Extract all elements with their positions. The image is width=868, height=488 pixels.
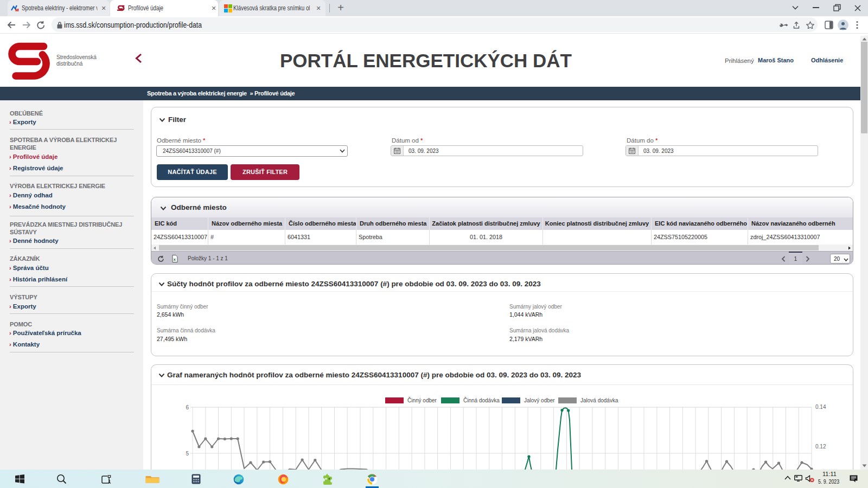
svg-text:6: 6	[186, 404, 189, 410]
svg-text:0.14: 0.14	[815, 404, 826, 410]
svg-text:0.12: 0.12	[815, 444, 826, 450]
svg-text:5: 5	[186, 451, 189, 457]
